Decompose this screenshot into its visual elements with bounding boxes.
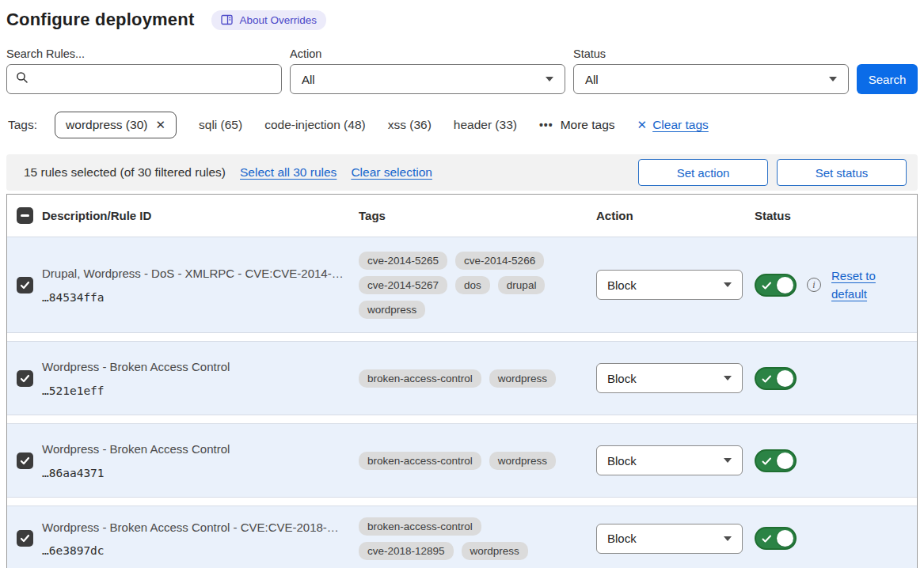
tag-pill: drupal bbox=[498, 276, 546, 294]
rule-description: Drupal, Wordpress - DoS - XMLRPC - CVE:C… bbox=[42, 266, 346, 282]
clear-tags-link[interactable]: ✕ Clear tags bbox=[637, 118, 709, 132]
chevron-down-icon bbox=[724, 282, 732, 287]
tag-pill: broken-access-control bbox=[359, 517, 481, 536]
rule-id: …521e1eff bbox=[42, 384, 346, 397]
status-select[interactable]: All bbox=[573, 64, 849, 94]
chevron-down-icon bbox=[829, 77, 837, 81]
search-rules-label: Search Rules... bbox=[6, 47, 282, 60]
set-status-button[interactable]: Set status bbox=[777, 159, 907, 186]
select-all-checkbox[interactable] bbox=[17, 207, 33, 224]
tag-pill: broken-access-control bbox=[359, 369, 481, 388]
info-icon[interactable]: i bbox=[807, 278, 821, 292]
search-button[interactable]: Search bbox=[857, 64, 918, 94]
tag-pill: cve-2014-5265 bbox=[359, 252, 447, 270]
check-icon bbox=[20, 456, 30, 466]
clear-tags-label: Clear tags bbox=[652, 118, 709, 132]
indeterminate-icon bbox=[21, 214, 29, 217]
rule-id: …86aa4371 bbox=[42, 467, 346, 479]
check-icon bbox=[20, 280, 30, 290]
about-overrides-label: About Overrides bbox=[239, 14, 317, 26]
rule-action-select[interactable]: Block bbox=[596, 363, 743, 393]
search-filter: Search Rules... bbox=[6, 47, 282, 94]
table-row: Wordpress - Broken Access Control …86aa4… bbox=[7, 423, 917, 498]
row-tags: broken-access-controlcve-2018-12895wordp… bbox=[359, 517, 563, 560]
rule-action-value: Block bbox=[607, 454, 637, 468]
chevron-down-icon bbox=[546, 77, 553, 81]
action-filter: Action All bbox=[290, 47, 565, 94]
toggle-knob bbox=[777, 530, 793, 547]
page-title: Configure deployment bbox=[6, 9, 194, 30]
rule-action-value: Block bbox=[607, 278, 637, 292]
table-row: Wordpress - Broken Access Control - CVE:… bbox=[7, 506, 917, 568]
more-tags-button[interactable]: ••• More tags bbox=[539, 118, 615, 132]
row-tags: broken-access-controlwordpress bbox=[359, 369, 563, 388]
configure-deployment-page: Configure deployment About Overrides Sea… bbox=[0, 0, 924, 568]
toggle-knob bbox=[777, 370, 793, 387]
clear-tags-x-icon: ✕ bbox=[637, 118, 648, 132]
rule-description: Wordpress - Broken Access Control bbox=[42, 359, 346, 375]
tag-pill: cve-2018-12895 bbox=[359, 542, 454, 560]
rule-id: …84534ffa bbox=[42, 291, 346, 304]
check-icon bbox=[762, 457, 772, 466]
check-icon bbox=[20, 533, 30, 543]
tag-chip-label: wordpress (30) bbox=[66, 118, 147, 132]
tag-chip-wordpress[interactable]: wordpress (30) ✕ bbox=[55, 112, 177, 138]
rule-action-select[interactable]: Block bbox=[596, 270, 743, 300]
status-label: Status bbox=[573, 47, 849, 60]
row-checkbox[interactable] bbox=[17, 277, 33, 293]
rule-action-value: Block bbox=[607, 372, 637, 385]
selection-summary: 15 rules selected (of 30 filtered rules) bbox=[24, 165, 226, 180]
clear-selection-link[interactable]: Clear selection bbox=[351, 165, 432, 180]
rule-action-select[interactable]: Block bbox=[596, 524, 743, 554]
table-header-row: Description/Rule ID Tags Action Status bbox=[7, 195, 917, 237]
set-action-button[interactable]: Set action bbox=[638, 159, 768, 186]
rule-action-select[interactable]: Block bbox=[596, 445, 743, 475]
rule-id: …6e3897dc bbox=[42, 544, 346, 557]
rule-description: Wordpress - Broken Access Control - CVE:… bbox=[42, 520, 346, 536]
reset-to-default-link[interactable]: Reset to default bbox=[831, 267, 880, 304]
column-header-status: Status bbox=[755, 209, 917, 222]
action-select[interactable]: All bbox=[290, 64, 565, 94]
rule-status-toggle[interactable] bbox=[755, 367, 797, 390]
chevron-down-icon bbox=[724, 536, 732, 541]
table-row: Drupal, Wordpress - DoS - XMLRPC - CVE:C… bbox=[7, 237, 917, 333]
rule-status-toggle[interactable] bbox=[755, 527, 797, 550]
tags-bar: Tags: wordpress (30) ✕ sqli (65) code-in… bbox=[8, 112, 918, 138]
table-row: Wordpress - Broken Access Control …521e1… bbox=[7, 341, 917, 415]
row-checkbox[interactable] bbox=[17, 530, 33, 547]
about-overrides-badge[interactable]: About Overrides bbox=[211, 10, 326, 30]
select-all-link[interactable]: Select all 30 rules bbox=[240, 165, 337, 180]
chevron-down-icon bbox=[724, 458, 732, 463]
tag-option-xss[interactable]: xss (36) bbox=[388, 118, 432, 132]
tag-option-code-injection[interactable]: code-injection (48) bbox=[264, 118, 366, 132]
column-header-description: Description/Rule ID bbox=[42, 209, 359, 222]
tag-pill: cve-2014-5266 bbox=[455, 252, 544, 270]
book-icon bbox=[221, 14, 233, 25]
row-checkbox[interactable] bbox=[17, 370, 33, 387]
tag-pill: wordpress bbox=[462, 542, 528, 560]
status-select-value: All bbox=[585, 73, 599, 86]
rule-action-value: Block bbox=[607, 532, 637, 545]
page-header: Configure deployment About Overrides bbox=[6, 9, 918, 30]
tag-pill: wordpress bbox=[489, 369, 556, 388]
search-box bbox=[6, 64, 282, 94]
row-tags: broken-access-controlwordpress bbox=[359, 452, 563, 470]
rule-status-toggle[interactable] bbox=[755, 449, 797, 472]
filter-bar: Search Rules... Action All Status bbox=[6, 47, 918, 94]
rule-status-toggle[interactable] bbox=[755, 274, 797, 297]
tags-label: Tags: bbox=[8, 118, 37, 132]
tag-option-sqli[interactable]: sqli (65) bbox=[199, 118, 242, 132]
rule-description: Wordpress - Broken Access Control bbox=[42, 441, 346, 457]
search-rules-input[interactable] bbox=[29, 65, 273, 93]
tag-pill: cve-2014-5267 bbox=[359, 276, 447, 294]
tag-pill: wordpress bbox=[489, 452, 556, 470]
selection-bar: 15 rules selected (of 30 filtered rules)… bbox=[6, 154, 918, 191]
action-select-value: All bbox=[302, 73, 315, 86]
tag-option-header[interactable]: header (33) bbox=[454, 118, 517, 132]
check-icon bbox=[762, 375, 772, 384]
remove-tag-icon[interactable]: ✕ bbox=[155, 118, 165, 132]
chevron-down-icon bbox=[724, 376, 732, 381]
toggle-knob bbox=[777, 277, 793, 293]
column-header-action: Action bbox=[596, 209, 755, 222]
row-checkbox[interactable] bbox=[17, 453, 33, 469]
